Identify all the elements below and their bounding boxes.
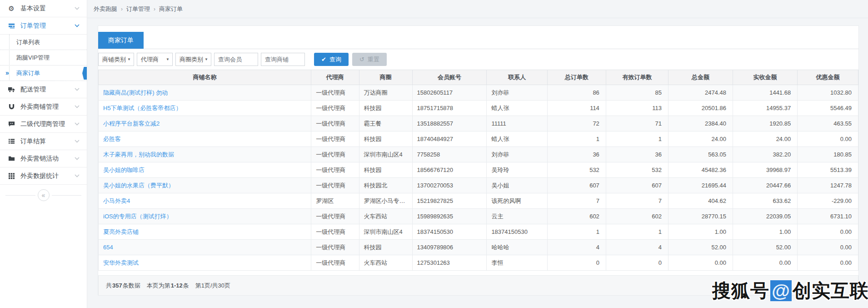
table-cell: 一级代理商 <box>311 224 359 240</box>
sidebar-subitem-errand-vip-management[interactable]: 跑腿VIP管理 <box>0 50 87 66</box>
table-cell: 1 <box>606 224 668 240</box>
store-name-link[interactable]: 必胜客 <box>99 131 311 147</box>
table-header-cell: 实收金额 <box>733 70 798 85</box>
tab-merchant-orders[interactable]: 商家订单 <box>98 32 144 49</box>
table-cell: 2474.48 <box>668 85 733 101</box>
sidebar-item-label: 基本设置 <box>20 5 46 13</box>
sidebar-item-label: 外卖商铺管理 <box>20 103 59 111</box>
sidebar-item-label: 配送管理 <box>20 86 46 94</box>
content-wrap: 商家订单 商铺类别 ▼ 代理商 ▼ 商圈类别 ▼ <box>87 18 868 295</box>
table-cell: 607 <box>606 178 668 193</box>
sidebar-subitem-label: 订单列表 <box>16 38 40 46</box>
table-cell: 一级代理商 <box>311 240 359 255</box>
table-cell: 0 <box>548 255 606 271</box>
store-name-link[interactable]: 小程序平台新客立减2 <box>99 116 311 131</box>
sidebar-item-label: 外卖营销活动 <box>20 155 59 163</box>
select-value: 代理商 <box>141 56 159 64</box>
orders-table-head: 商铺名称 代理商 商圈 会员账号 联系人 总订单数 有效订单数 总金额 实收金额… <box>99 70 858 85</box>
table-cell: 71 <box>606 116 668 131</box>
table-cell: 72 <box>548 116 606 131</box>
reset-button-label: 重置 <box>368 56 379 64</box>
table-header-cell: 总订单数 <box>548 70 606 85</box>
table-cell: 463.55 <box>798 116 858 131</box>
table-cell: 86 <box>548 85 606 101</box>
table-row: 夏亮外卖店铺一级代理商深圳市南山区41837415053018374150530… <box>99 224 858 240</box>
table-cell: 科技园 <box>359 131 412 147</box>
sidebar-item-takeout-shop-management[interactable]: 外卖商铺管理 <box>0 98 87 116</box>
reset-button[interactable]: ↺ 重置 <box>352 53 387 66</box>
chevron-down-icon <box>75 7 80 10</box>
table-cell: 一级代理商 <box>311 101 359 116</box>
sidebar-item-order-settlement[interactable]: 订单结算 <box>0 133 87 150</box>
table-cell: 11111 <box>487 116 548 131</box>
table-cell: 180.85 <box>798 147 858 162</box>
sidebar-item-delivery-management[interactable]: 配送管理 <box>0 81 87 98</box>
store-name-link[interactable]: 小马外卖4 <box>99 193 311 209</box>
pagination-text: 共 <box>106 282 112 290</box>
sidebar-collapse-button[interactable]: « <box>38 189 50 201</box>
table-cell: 1247.78 <box>798 178 858 193</box>
caret-down-icon: ▼ <box>166 57 170 61</box>
sidebar-subitem-order-list[interactable]: 订单列表 <box>0 35 87 50</box>
table-cell: 602 <box>606 209 668 224</box>
table-cell: 哈哈哈 <box>487 240 548 255</box>
store-name-link[interactable]: 隐藏商品(测试打样) 勿动 <box>99 85 311 101</box>
store-name-link[interactable]: H5下单测试（必胜客帝都店） <box>99 101 311 116</box>
table-row: 吴小姐的咖啡店一级代理商科技园18566767120吴玲玲53253245482… <box>99 162 858 178</box>
table-header-row: 商铺名称 代理商 商圈 会员账号 联系人 总订单数 有效订单数 总金额 实收金额… <box>99 70 858 85</box>
store-name-link[interactable]: 木子豪再用，别动我的数据 <box>99 147 311 162</box>
store-name-link[interactable]: 夏亮外卖店铺 <box>99 224 311 240</box>
table-cell: 0.00 <box>798 255 858 271</box>
reset-icon: ↺ <box>359 56 364 63</box>
shop-search-input[interactable] <box>261 53 305 66</box>
sidebar-item-order-management[interactable]: 订单管理 <box>0 17 87 35</box>
search-button[interactable]: ✔ 查询 <box>314 53 349 66</box>
breadcrumb-item[interactable]: 商家订单 <box>159 5 183 13</box>
store-name-link[interactable]: iOS的专用店（测试打烊） <box>99 209 311 224</box>
breadcrumb-item[interactable]: 订单管理 <box>126 5 150 13</box>
store-name-link[interactable]: 安华外卖测试 <box>99 255 311 271</box>
table-cell: 20447.66 <box>733 178 798 193</box>
table-cell: 532 <box>606 162 668 178</box>
table-cell: 1275301263 <box>412 255 487 271</box>
member-search-input[interactable] <box>214 53 258 66</box>
shop-category-select[interactable]: 商铺类别 ▼ <box>98 53 134 66</box>
table-cell: 4 <box>548 240 606 255</box>
table-cell: 5546.49 <box>798 101 858 116</box>
table-cell: 一级代理商 <box>311 255 359 271</box>
sidebar-item-takeout-marketing[interactable]: 外卖营销活动 <box>0 150 87 167</box>
store-name-link[interactable]: 吴小姐的咖啡店 <box>99 162 311 178</box>
watermark-name: 创实互联 <box>793 280 868 301</box>
table-cell: 18566767120 <box>412 162 487 178</box>
store-name-link[interactable]: 654 <box>99 240 311 255</box>
table-cell: 科技园 <box>359 162 412 178</box>
table-cell: 蜡人张 <box>487 131 548 147</box>
chevron-down-icon <box>75 88 80 91</box>
check-icon: ✔ <box>321 56 326 63</box>
table-cell: 深圳市南山区4 <box>359 147 412 162</box>
business-district-select[interactable]: 商圈类别 ▼ <box>175 53 211 66</box>
sidebar-item-basic-settings[interactable]: ⚙ 基本设置 <box>0 0 87 17</box>
folder-icon <box>6 155 16 162</box>
chevron-down-icon <box>75 105 80 108</box>
breadcrumb-item[interactable]: 外卖跑腿 <box>94 5 117 13</box>
store-name-link[interactable]: 吴小姐的水果店（费平默） <box>99 178 311 193</box>
sidebar-item-secondary-agent-management[interactable]: 二级代理商管理 <box>0 116 87 133</box>
table-cell: 一级代理商 <box>311 162 359 178</box>
merchant-orders-panel: 商家订单 商铺类别 ▼ 代理商 ▼ 商圈类别 ▼ <box>98 25 859 295</box>
sidebar-subitem-merchant-orders[interactable]: » 商家订单 <box>0 66 87 81</box>
table-cell: 7 <box>548 193 606 209</box>
caret-down-icon: ▼ <box>205 57 208 61</box>
table-cell: 吴玲玲 <box>487 162 548 178</box>
table-cell: 18374150530 <box>487 224 548 240</box>
agent-select[interactable]: 代理商 ▼ <box>137 53 173 66</box>
table-row: 小马外卖4罗湖区罗湖区小马专用115219827825该死的风啊77404.62… <box>99 193 858 209</box>
table-cell: 刘亦菲 <box>487 147 548 162</box>
table-row: iOS的专用店（测试打烊）一级代理商火车西站15989892635云主60260… <box>99 209 858 224</box>
divider <box>52 195 82 196</box>
table-cell: 52.00 <box>668 240 733 255</box>
table-cell: 13518882557 <box>412 116 487 131</box>
chevron-down-icon <box>75 157 80 160</box>
magnet-icon <box>6 103 16 110</box>
sidebar-item-takeout-statistics[interactable]: 外卖数据统计 <box>0 167 87 185</box>
